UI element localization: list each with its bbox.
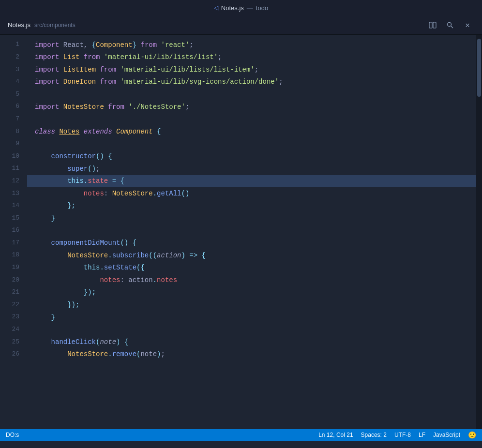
code-token: handleClick — [51, 337, 96, 347]
code-token: } — [51, 213, 55, 224]
status-bar: DO:s Ln 12, Col 21 Spaces: 2 UTF-8 LF Ja… — [0, 429, 482, 441]
file-tab[interactable]: Notes.js src/components — [8, 21, 75, 29]
code-line — [27, 324, 476, 336]
code-token: }); — [67, 299, 79, 310]
code-token — [35, 312, 51, 323]
code-line: }); — [27, 299, 476, 311]
code-token: { — [202, 250, 206, 261]
code-token: NotesStore — [67, 349, 108, 359]
line-number: 17 — [0, 237, 19, 250]
code-token — [124, 102, 128, 112]
line-number: 12 — [0, 175, 19, 188]
line-number: 14 — [0, 200, 19, 212]
editor-container: Notes.js src/components ✕ 12345678910111… — [0, 15, 482, 429]
code-token: notes — [100, 275, 120, 285]
code-token: super — [67, 164, 88, 174]
status-right: Ln 12, Col 21 Spaces: 2 UTF-8 LF JavaScr… — [318, 431, 476, 439]
code-content[interactable]: import React, {Component} from 'react';i… — [27, 35, 476, 429]
code-token — [35, 337, 51, 347]
title-bar-separator: — — [247, 4, 253, 12]
code-token — [197, 250, 201, 261]
code-token: Notes — [59, 126, 79, 137]
code-line — [27, 113, 476, 126]
code-token — [55, 126, 59, 137]
code-token — [157, 40, 161, 50]
code-token — [112, 126, 116, 137]
code-token: () — [181, 188, 190, 199]
status-encoding[interactable]: UTF-8 — [394, 432, 411, 438]
code-line: this.state = { — [27, 175, 476, 188]
svg-rect-1 — [433, 22, 436, 28]
code-line: class Notes extends Component { — [27, 125, 476, 138]
code-token: extends — [84, 126, 112, 137]
close-button[interactable]: ✕ — [461, 18, 474, 32]
code-line: import NotesStore from './NotesStore'; — [27, 101, 476, 113]
line-number: 16 — [0, 224, 19, 237]
code-token — [96, 64, 100, 75]
line-number: 15 — [0, 212, 19, 224]
code-token: React, — [59, 40, 91, 50]
status-language[interactable]: JavaScript — [433, 432, 460, 438]
split-editor-button[interactable] — [426, 18, 439, 32]
line-number: 20 — [0, 274, 19, 286]
code-token: : — [104, 188, 112, 199]
search-button[interactable] — [443, 18, 457, 32]
code-token: 'react' — [161, 40, 190, 50]
code-line: }; — [27, 200, 476, 212]
line-number: 25 — [0, 336, 19, 348]
code-token — [59, 102, 63, 112]
code-line: this.setState({ — [27, 262, 476, 274]
code-token — [104, 151, 108, 162]
code-token: 'material-ui/lib/svg-icons/action/done' — [120, 76, 279, 87]
line-number: 6 — [0, 101, 19, 113]
svg-point-2 — [448, 22, 452, 26]
code-line: import DoneIcon from 'material-ui/lib/sv… — [27, 76, 476, 89]
code-token — [96, 76, 100, 87]
code-token: () — [96, 151, 104, 162]
code-token: 'material-ui/lib/lists/list-item' — [120, 64, 254, 75]
line-number: 23 — [0, 311, 19, 324]
code-token: import — [35, 52, 59, 62]
line-number: 24 — [0, 324, 19, 336]
code-token: componentDidMount — [51, 238, 120, 248]
code-token: } — [133, 40, 136, 50]
line-number: 10 — [0, 150, 19, 163]
status-smiley[interactable]: 🙂 — [468, 431, 476, 439]
code-token: { — [120, 176, 124, 186]
code-token: note — [100, 337, 116, 347]
code-token: import — [35, 64, 59, 75]
line-number: 13 — [0, 187, 19, 200]
title-bar-icon: ◁ — [214, 4, 218, 11]
title-bar-filename: Notes.js — [221, 4, 244, 12]
line-number: 5 — [0, 88, 19, 101]
code-token — [35, 299, 67, 310]
code-token: . — [153, 188, 157, 199]
code-line: constructor() { — [27, 150, 476, 163]
code-token: Component — [116, 126, 153, 137]
code-token: import — [35, 40, 59, 50]
status-line-col[interactable]: Ln 12, Col 21 — [318, 432, 353, 438]
code-token: . — [153, 275, 157, 285]
scrollbar[interactable] — [476, 35, 482, 429]
editor-header: Notes.js src/components ✕ — [0, 15, 482, 35]
code-token: { — [133, 238, 136, 248]
code-token: this — [84, 262, 100, 273]
code-token: ({ — [136, 262, 145, 273]
code-token: (( — [149, 250, 157, 261]
status-spaces[interactable]: Spaces: 2 — [361, 432, 387, 438]
code-token: getAll — [157, 188, 181, 199]
code-token: this — [67, 176, 84, 186]
code-token: ; — [255, 64, 258, 75]
line-number: 11 — [0, 163, 19, 175]
code-line: import React, {Component} from 'react'; — [27, 39, 476, 51]
scrollbar-thumb[interactable] — [477, 39, 481, 97]
code-token: } — [51, 312, 55, 323]
line-number: 8 — [0, 125, 19, 138]
code-token: ) — [116, 337, 120, 347]
code-token — [79, 126, 83, 137]
status-line-ending[interactable]: LF — [419, 432, 425, 438]
header-actions: ✕ — [426, 18, 474, 32]
svg-rect-0 — [429, 22, 432, 28]
code-token: ( — [96, 337, 100, 347]
code-token: ListItem — [63, 64, 96, 75]
